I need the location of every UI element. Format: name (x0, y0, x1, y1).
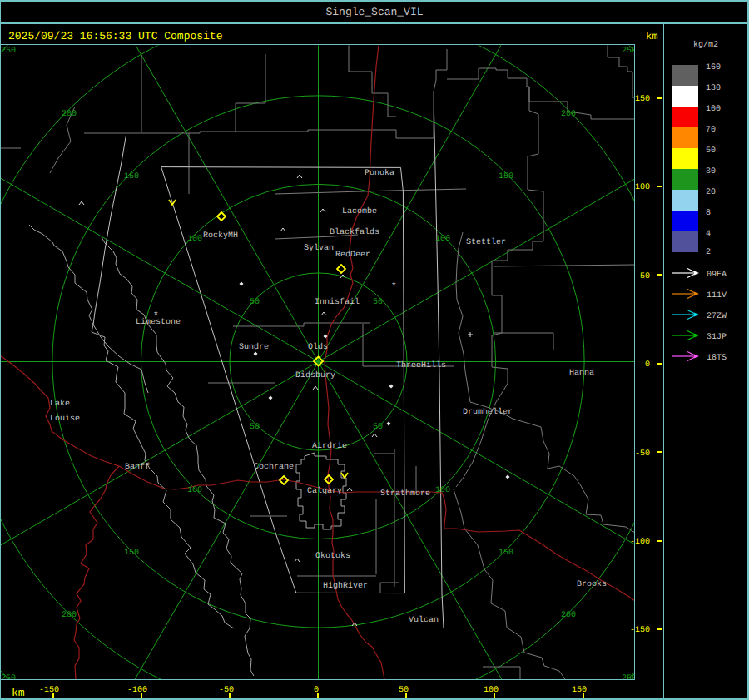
svg-text:20: 20 (706, 188, 716, 197)
svg-text:0: 0 (314, 686, 319, 695)
svg-text:Innisfail: Innisfail (315, 297, 360, 307)
svg-text:*: * (391, 282, 397, 292)
svg-text:km: km (646, 31, 657, 42)
svg-text:Sylvan: Sylvan (304, 243, 334, 253)
svg-text:Banff: Banff (125, 462, 150, 472)
svg-text:50: 50 (373, 423, 383, 432)
svg-text:2025/09/23 16:56:33 UTC Compos: 2025/09/23 16:56:33 UTC Composite (8, 30, 222, 42)
svg-text:-150: -150 (630, 626, 650, 635)
svg-text:70: 70 (706, 126, 716, 135)
svg-text:200: 200 (62, 110, 77, 119)
svg-text:Olds: Olds (308, 342, 328, 352)
svg-text:-100: -100 (127, 686, 147, 695)
svg-text:RockyMH: RockyMH (203, 231, 238, 241)
svg-text:-50: -50 (219, 686, 234, 695)
svg-text:2: 2 (706, 248, 711, 257)
svg-text:0: 0 (645, 360, 650, 370)
svg-text:150: 150 (499, 549, 513, 558)
svg-text:100: 100 (187, 235, 202, 244)
svg-text:Calgary: Calgary (307, 486, 342, 496)
svg-text:100: 100 (435, 235, 450, 244)
svg-text:Lake: Lake (50, 399, 70, 409)
svg-text:100: 100 (635, 183, 650, 192)
svg-text:27ZW: 27ZW (707, 312, 727, 321)
svg-text:150: 150 (572, 686, 587, 695)
svg-text:100: 100 (706, 105, 721, 114)
svg-text:-100: -100 (630, 538, 650, 547)
svg-text:Sundre: Sundre (239, 342, 269, 352)
svg-text:RedDeer: RedDeer (335, 250, 370, 260)
svg-text:kg/m2: kg/m2 (693, 40, 718, 50)
svg-text:50: 50 (640, 272, 650, 281)
svg-text:200: 200 (62, 611, 77, 620)
svg-text:18TS: 18TS (707, 354, 727, 363)
svg-text:09EA: 09EA (707, 271, 727, 280)
svg-text:Brooks: Brooks (577, 579, 607, 589)
svg-text:ThreeHills: ThreeHills (396, 360, 446, 370)
svg-text:100: 100 (435, 486, 450, 495)
svg-text:Okotoks: Okotoks (315, 551, 350, 561)
svg-text:31JP: 31JP (707, 333, 727, 342)
svg-text:Blackfalds: Blackfalds (330, 227, 379, 237)
svg-text:Single_Scan_VIL: Single_Scan_VIL (325, 6, 423, 18)
svg-text:150: 150 (124, 549, 139, 558)
svg-text:160: 160 (706, 63, 721, 72)
svg-text:Cochrane: Cochrane (254, 462, 294, 472)
svg-text:200: 200 (561, 110, 576, 119)
svg-text:50: 50 (250, 298, 260, 307)
svg-text:Ponoka: Ponoka (365, 168, 394, 178)
svg-text:-150: -150 (39, 686, 59, 695)
svg-text:km: km (12, 687, 25, 699)
svg-text:50: 50 (706, 146, 716, 156)
svg-text:150: 150 (635, 95, 650, 104)
svg-text:30: 30 (706, 167, 716, 176)
svg-text:4: 4 (706, 230, 711, 239)
svg-text:150: 150 (124, 172, 139, 181)
svg-text:200: 200 (561, 611, 576, 620)
svg-text:Hanna: Hanna (569, 369, 594, 378)
svg-text:50: 50 (250, 423, 260, 432)
svg-text:-50: -50 (635, 449, 650, 459)
svg-text:50: 50 (399, 686, 409, 695)
svg-text:HighRiver: HighRiver (323, 581, 368, 591)
svg-text:Strathmore: Strathmore (380, 489, 430, 499)
svg-text:Stettler: Stettler (466, 237, 506, 247)
svg-text:50: 50 (373, 298, 383, 307)
svg-text:Vulcan: Vulcan (409, 615, 439, 625)
svg-text:Louise: Louise (50, 414, 80, 424)
svg-text:Airdrie: Airdrie (312, 441, 347, 451)
svg-text:150: 150 (499, 172, 513, 181)
svg-text:130: 130 (706, 84, 721, 93)
svg-text:100: 100 (187, 486, 202, 495)
svg-text:*: * (153, 311, 159, 321)
svg-text:Drumheller: Drumheller (463, 407, 513, 417)
svg-text:8: 8 (706, 209, 711, 218)
svg-text:Didsbury: Didsbury (295, 370, 335, 380)
svg-text:100: 100 (484, 686, 499, 695)
svg-text:Lacombe: Lacombe (342, 206, 377, 216)
svg-text:111V: 111V (707, 291, 727, 300)
svg-text:250: 250 (1, 47, 16, 56)
